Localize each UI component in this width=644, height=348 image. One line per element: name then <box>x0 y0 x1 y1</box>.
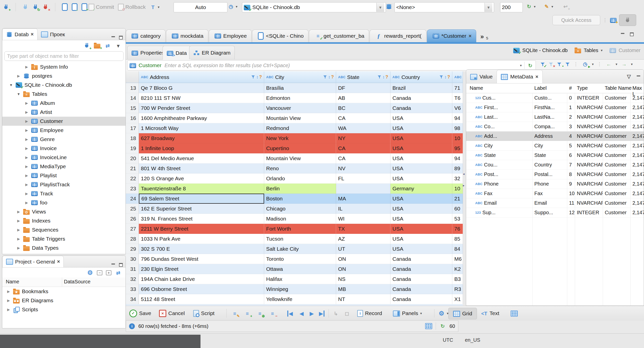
metadata-cell[interactable]: 0 <box>567 95 575 101</box>
metadata-cell[interactable]: 2,147,483 <box>630 105 644 110</box>
grid-cell[interactable]: 94 <box>452 113 463 123</box>
grid-cell[interactable]: 21 <box>452 194 463 204</box>
grid-row-28[interactable]: 281033 N Park AveTucsonAZUSA85 <box>126 234 463 244</box>
metadata-cell[interactable]: Country <box>532 162 567 168</box>
metadata-cell[interactable]: NVARCHAR <box>575 200 603 206</box>
expander-icon[interactable]: ▶ <box>6 298 11 302</box>
link-with-editor-button[interactable]: ⇄ <box>104 42 111 49</box>
auto-refresh-button[interactable]: ↻▾ <box>526 3 536 10</box>
open-perspective-button[interactable]: ✦ <box>610 17 617 23</box>
grid-cell[interactable]: Vancouver <box>264 103 336 113</box>
metadata-cell[interactable]: NVARCHAR <box>575 114 603 120</box>
panel-sash[interactable]: ◂ ▸ <box>463 71 466 306</box>
tree-item-customer[interactable]: ▶Customer <box>2 117 126 126</box>
grid-cell[interactable]: Canada <box>390 103 452 113</box>
grid-cell[interactable]: Orlando <box>264 173 336 184</box>
grid-cell[interactable]: UT <box>336 244 390 254</box>
grid-cell[interactable]: Qe 7 Bloco G <box>139 83 264 93</box>
chevron-down-icon[interactable]: ▾ <box>601 48 602 52</box>
editor-tab-get-customer-ba[interactable]: ≡✓get_customer_ba <box>309 29 369 42</box>
grid-cell[interactable]: Cupertino <box>264 143 336 153</box>
row-number[interactable]: 18 <box>126 133 139 143</box>
metadata-header[interactable]: NameLabel#TypeTable NameMax L <box>466 83 644 93</box>
grid-row-30[interactable]: 30796 Dundas Street WestTorontoONCanadaM… <box>126 254 463 264</box>
metadata-row-country[interactable]: ABCCou...Country7NVARCHARCustomer2,147,4… <box>466 160 644 170</box>
expander-icon[interactable]: ▶ <box>24 192 29 196</box>
first-row-button[interactable]: ◀ <box>287 306 293 321</box>
refresh-button[interactable]: ↻ <box>439 323 446 329</box>
breadcrumb-entity[interactable]: Customer <box>619 48 640 53</box>
last-edit-location-button[interactable]: ↩✦ <box>562 3 569 10</box>
remove-filter-button[interactable]: × <box>549 61 553 67</box>
editor-tab-sqlite-chino[interactable]: <SQLite - Chino <box>252 29 308 42</box>
grid-cell[interactable]: 94 <box>452 153 463 163</box>
grid-cell[interactable]: Ottawa <box>264 264 336 274</box>
dbeaver-perspective-button[interactable] <box>619 14 636 26</box>
grid-row-34[interactable]: 345112 48 StreetYellowknifeNTCanadaX1 <box>126 294 463 304</box>
grid-row-23[interactable]: 23Tauentzienstraße 8BerlinGermany10 <box>126 184 463 194</box>
editor-tab-category[interactable]: category <box>126 29 166 42</box>
grid-cell[interactable]: 230 Elgin Street <box>139 264 264 274</box>
script-button[interactable]: Script <box>193 306 215 321</box>
auto-refresh-timer-button[interactable]: ◷▸ <box>582 61 588 67</box>
tree-item-sqlite-chinook-db[interactable]: ▼✓SQLite - Chinook.db <box>2 80 126 90</box>
metadata-cell[interactable]: Customer <box>603 210 630 215</box>
minimize-button[interactable] <box>620 31 625 37</box>
tree-item-album[interactable]: ▶Album <box>2 99 126 108</box>
grid-row-18[interactable]: 18627 BroadwayNew YorkNYUSA10 <box>126 133 463 143</box>
grid-cell[interactable]: 2211 W Berry Street <box>139 224 264 234</box>
metadata-row-city[interactable]: ABCCityCity5NVARCHARCustomer2,147,483 <box>466 141 644 151</box>
row-number[interactable]: 28 <box>126 234 139 244</box>
row-number[interactable]: 17 <box>126 123 139 133</box>
grid-cell[interactable]: USA <box>390 224 452 234</box>
metadata-cell[interactable]: NVARCHAR <box>575 124 603 129</box>
grid-cell[interactable]: Tauentzienstraße 8 <box>139 184 264 194</box>
expander-icon[interactable]: ▶ <box>6 308 11 312</box>
metadata-cell[interactable]: 2,147,483 <box>630 181 644 187</box>
view-menu-button[interactable]: ▾ <box>115 42 122 49</box>
row-number[interactable]: 31 <box>126 264 139 274</box>
row-number[interactable]: 21 <box>126 163 139 173</box>
grid-cell[interactable]: 95 <box>452 143 463 153</box>
grid-cell[interactable]: B3 <box>452 274 463 284</box>
expand-all-button[interactable]: + <box>106 270 111 276</box>
tree-item-invoice[interactable]: ▶Invoice <box>2 144 126 153</box>
grid-row-33[interactable]: 33696 Osborne StreetWinnipegMBCanadaR3 <box>126 284 463 294</box>
tree-item-track[interactable]: ▶Track <box>2 189 126 198</box>
metadata-cell[interactable]: Custo... <box>532 95 567 101</box>
metadata-cell[interactable]: Address <box>532 133 567 139</box>
grid-cell[interactable]: 1600 Amphitheatre Parkway <box>139 113 264 123</box>
expander-icon[interactable]: ▶ <box>16 219 21 223</box>
metadata-cell[interactable]: ABCAdd... <box>466 133 532 139</box>
sort-icon[interactable]: ↕ <box>445 75 447 80</box>
grid-cell[interactable]: 71 <box>452 83 463 93</box>
metadata-row-firstna[interactable]: ABCFirst...FirstNa...1NVARCHARCustomer2,… <box>466 103 644 112</box>
edit-cell-button[interactable]: ≡✎ <box>231 306 238 321</box>
tree-item-artist[interactable]: ▶Artist <box>2 108 126 117</box>
grid-row-21[interactable]: 21801 W 4th StreetRenoNVUSA89 <box>126 163 463 173</box>
metadata-cell[interactable]: 8 <box>567 171 575 177</box>
filter-field[interactable]: Customer ▾ ↻ <box>127 60 536 70</box>
grid-cell[interactable]: M6 <box>452 254 463 264</box>
record-mode-button[interactable]: iRecord <box>357 306 382 321</box>
grid-cell[interactable]: 319 N. Frances Street <box>139 214 264 224</box>
settings-gear-button[interactable]: ⚙ <box>87 269 93 276</box>
locale-label[interactable]: en_US <box>465 337 480 343</box>
close-icon[interactable]: × <box>31 31 34 37</box>
metadata-cell[interactable]: Email <box>532 200 567 206</box>
grid-cell[interactable]: Mountain View <box>264 113 336 123</box>
grid-cell[interactable]: Germany <box>390 184 452 194</box>
cancel-button[interactable]: ×Cancel <box>159 306 185 321</box>
grid-cell[interactable]: 302 S 700 E <box>139 244 264 254</box>
add-row-button[interactable]: ≡+ <box>244 306 251 321</box>
grid-cell[interactable]: ON <box>336 254 390 264</box>
row-number[interactable]: 25 <box>126 204 139 214</box>
grid-cell[interactable]: Canada <box>390 274 452 284</box>
grid-cell[interactable]: 5112 48 Street <box>139 294 264 304</box>
column-header-address[interactable]: ABCAddress↕? <box>139 71 264 83</box>
row-number[interactable]: 27 <box>126 224 139 234</box>
metadata-row-compa[interactable]: ABCCo...Compa...3NVARCHARCustomer2,147,4… <box>466 122 644 132</box>
row-number[interactable]: 14 <box>126 93 139 103</box>
new-connection-button[interactable]: + <box>3 4 9 10</box>
calc-panel-button[interactable] <box>425 323 432 329</box>
